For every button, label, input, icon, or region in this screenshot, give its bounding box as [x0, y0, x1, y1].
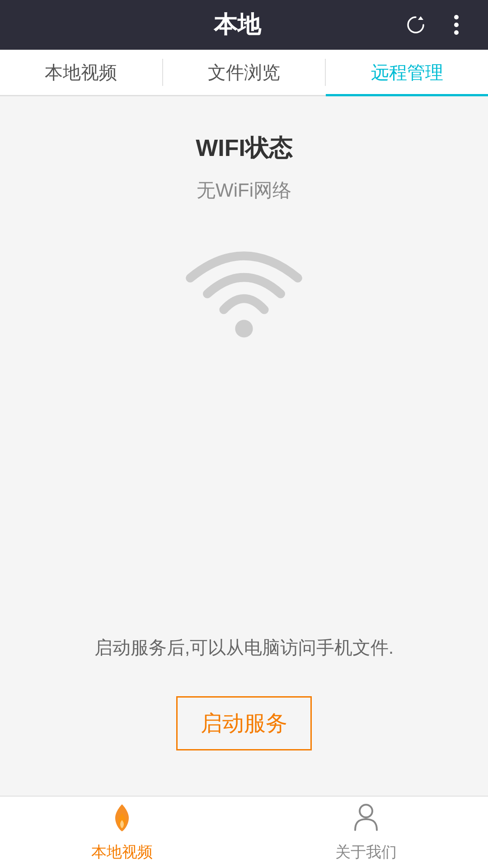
service-description: 启动服务后,可以从电脑访问手机文件. [67, 635, 421, 660]
more-menu-icon[interactable] [443, 11, 470, 38]
svg-marker-0 [418, 16, 423, 20]
tab-file-browse[interactable]: 文件浏览 [163, 51, 325, 96]
svg-point-3 [454, 30, 459, 35]
svg-point-4 [235, 320, 253, 337]
svg-point-5 [360, 805, 372, 817]
flame-icon [108, 802, 136, 838]
header: 本地 [0, 0, 488, 50]
bottom-nav-about-us[interactable]: 关于我们 [244, 797, 488, 868]
tab-bar: 本地视频 文件浏览 远程管理 [0, 50, 488, 96]
person-icon [352, 802, 380, 838]
local-video-nav-label: 本地视频 [91, 842, 153, 863]
header-actions [402, 11, 470, 38]
page-title: 本地 [72, 9, 402, 41]
refresh-icon[interactable] [402, 11, 429, 38]
about-us-nav-label: 关于我们 [335, 842, 397, 863]
svg-point-1 [454, 15, 459, 19]
wifi-icon [181, 230, 307, 339]
tab-local-video[interactable]: 本地视频 [0, 51, 162, 96]
wifi-status-subtitle: 无WiFi网络 [197, 178, 291, 203]
tab-remote-manage[interactable]: 远程管理 [326, 51, 488, 96]
bottom-nav-local-video[interactable]: 本地视频 [0, 797, 244, 868]
main-content: WIFI状态 无WiFi网络 启动服务后,可以从电脑访问手机文件. 启动服务 [0, 96, 488, 796]
wifi-status-title: WIFI状态 [196, 132, 292, 164]
start-service-button[interactable]: 启动服务 [176, 696, 312, 750]
svg-point-2 [454, 23, 459, 27]
bottom-navigation: 本地视频 关于我们 [0, 796, 488, 868]
